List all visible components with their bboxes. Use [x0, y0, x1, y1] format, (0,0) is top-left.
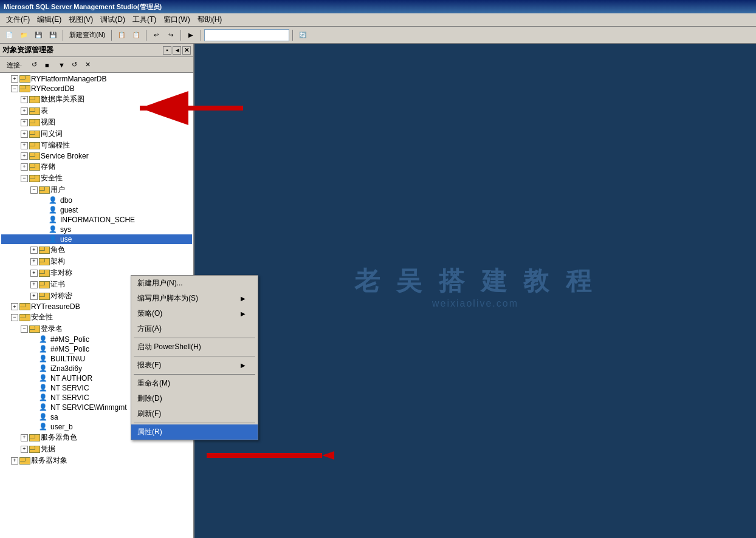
tree-node-roles[interactable]: + 角色 — [1, 244, 192, 256]
ctx-new-user-label: 新建用户(N)... — [137, 278, 183, 288]
folder-icon-certs — [39, 281, 49, 288]
folder-icon-credentials — [29, 446, 39, 453]
oe-connect-btn[interactable]: 连接· — [2, 59, 26, 71]
toolbar-paste[interactable]: 📋 — [129, 29, 143, 42]
toolbar-redo[interactable]: ↪ — [164, 29, 177, 42]
ctx-delete[interactable]: 删除(D) — [131, 391, 258, 406]
ctx-properties[interactable]: 属性(R) — [131, 424, 258, 440]
tree-node-synonyms[interactable]: + 同义词 — [1, 128, 192, 140]
ctx-policy-arrow: ▶ — [241, 310, 246, 317]
node-text-programmability: 可编程性 — [41, 140, 70, 151]
tree-node-schemas[interactable]: + 架构 — [1, 256, 192, 267]
toolbar-copy[interactable]: 📋 — [115, 29, 128, 42]
toolbar-new-query[interactable]: 新建查询(N) — [66, 29, 108, 42]
watermark-en-text: weixiaolive.com — [354, 298, 596, 309]
tree-node-sys[interactable]: sys — [1, 225, 192, 234]
tree-node-ryrecorddb[interactable]: − RYRecordDB — [1, 84, 192, 94]
menu-tools[interactable]: 工具(T) — [129, 13, 160, 26]
node-text-views: 视图 — [41, 117, 55, 128]
expand-storage[interactable]: + — [21, 163, 28, 171]
user-icon-l5 — [39, 374, 49, 383]
node-text-l1: ##MS_Polic — [50, 335, 89, 344]
tree-node-dbo[interactable]: dbo — [1, 196, 192, 205]
expand-dbdiagram[interactable]: + — [21, 96, 28, 103]
expand-symkeys[interactable]: + — [30, 293, 38, 300]
oe-pin-icon[interactable]: ▪ — [163, 46, 171, 55]
tree-node-views[interactable]: + 视图 — [1, 117, 192, 128]
toolbar-server-combo[interactable] — [204, 29, 289, 41]
toolbar-save-all[interactable]: 💾 — [46, 29, 60, 42]
menu-window[interactable]: 窗口(W) — [160, 13, 193, 26]
expand-certs[interactable]: + — [30, 281, 38, 288]
ctx-powershell[interactable]: 启动 PowerShell(H) — [131, 339, 258, 355]
watermark: 老 吴 搭 建 教 程 weixiaolive.com — [354, 264, 596, 309]
expand-server-roles[interactable]: + — [21, 434, 28, 441]
expand-programmability[interactable]: + — [21, 142, 28, 149]
ctx-rename-label: 重命名(M) — [137, 378, 170, 389]
oe-refresh-btn[interactable]: ↺ — [27, 59, 40, 71]
tree-node-users[interactable]: − 用户 — [1, 184, 192, 196]
oe-sync-btn[interactable]: ↺ — [67, 59, 80, 71]
node-text-symkeys: 对称密 — [50, 291, 72, 301]
expand-rytreasuredb[interactable]: + — [11, 303, 18, 310]
menu-file[interactable]: 文件(F) — [2, 13, 33, 26]
expand-views[interactable]: + — [21, 119, 28, 126]
tree-node-tables[interactable]: + 表 — [1, 105, 192, 117]
expand-users[interactable]: − — [30, 186, 38, 194]
ctx-reports[interactable]: 报表(F) ▶ — [131, 358, 258, 373]
toolbar-debug[interactable]: ▶ — [184, 29, 198, 42]
toolbar-refresh[interactable]: 🔄 — [296, 29, 309, 42]
node-text-security: 安全性 — [41, 173, 63, 183]
expand-ryrecorddb[interactable]: − — [11, 85, 18, 92]
ctx-new-user[interactable]: 新建用户(N)... — [131, 276, 258, 291]
ctx-facets[interactable]: 方面(A) — [131, 321, 258, 336]
toolbar-new[interactable]: 📄 — [2, 29, 16, 42]
expand-tables[interactable]: + — [21, 107, 28, 115]
oe-filter-btn[interactable]: ▼ — [54, 59, 66, 71]
expand-server-obj[interactable]: + — [11, 457, 18, 465]
menu-edit[interactable]: 编辑(E) — [33, 13, 65, 26]
expand-roles[interactable]: + — [30, 247, 38, 254]
tree-node-user-selected[interactable]: use — [1, 234, 192, 244]
expand-servicebroker[interactable]: + — [21, 152, 28, 160]
menu-debug[interactable]: 调试(D) — [97, 13, 129, 26]
tree-node-dbdiagram[interactable]: + 数据库关系图 — [1, 94, 192, 105]
ctx-rename[interactable]: 重命名(M) — [131, 376, 258, 391]
expand-ryfplatform[interactable]: + — [11, 75, 18, 83]
ctx-refresh[interactable]: 刷新(F) — [131, 406, 258, 421]
user-icon-info — [49, 216, 58, 224]
tree-node-server-obj[interactable]: + 服务器对象 — [1, 455, 192, 466]
expand-schemas[interactable]: + — [30, 258, 38, 265]
oe-close-icon[interactable]: ✕ — [182, 46, 191, 55]
user-icon-sys — [49, 225, 58, 234]
ctx-policy[interactable]: 策略(O) ▶ — [131, 306, 258, 321]
node-text-l9: sa — [50, 413, 58, 421]
node-text-dbo: dbo — [60, 196, 72, 205]
tree-node-programmability[interactable]: + 可编程性 — [1, 140, 192, 151]
expand-credentials[interactable]: + — [21, 446, 28, 453]
oe-pin2-icon[interactable]: ◂ — [173, 46, 181, 55]
oe-stop-btn[interactable]: ■ — [41, 59, 53, 71]
tree-node-servicebroker[interactable]: + Service Broker — [1, 151, 192, 161]
toolbar-undo[interactable]: ↩ — [149, 29, 163, 42]
watermark-cn-text: 老 吴 搭 建 教 程 — [354, 264, 596, 298]
expand-asymkeys[interactable]: + — [30, 270, 38, 277]
tree-node-credentials[interactable]: + 凭据 — [1, 443, 192, 455]
expand-synonyms[interactable]: + — [21, 131, 28, 138]
tree-node-storage[interactable]: + 存储 — [1, 161, 192, 172]
tree-node-ryfplatform[interactable]: + RYFlatformManagerDB — [1, 74, 192, 84]
node-text-ryrecorddb: RYRecordDB — [31, 84, 75, 93]
ctx-script-user[interactable]: 编写用户脚本为(S) ▶ — [131, 291, 258, 306]
expand-logins[interactable]: − — [21, 325, 28, 333]
user-icon-l7 — [39, 393, 49, 402]
oe-collapse-btn[interactable]: ✕ — [81, 59, 93, 71]
tree-node-guest[interactable]: guest — [1, 205, 192, 215]
tree-node-security[interactable]: − 安全性 — [1, 172, 192, 184]
menu-help[interactable]: 帮助(H) — [194, 13, 226, 26]
toolbar-save[interactable]: 💾 — [32, 29, 45, 42]
tree-node-info-schema[interactable]: INFORMATION_SCHE — [1, 215, 192, 225]
menu-view[interactable]: 视图(V) — [65, 13, 97, 26]
toolbar-open[interactable]: 📁 — [17, 29, 30, 42]
expand-security[interactable]: − — [21, 175, 28, 182]
expand-server-security[interactable]: − — [11, 314, 18, 321]
